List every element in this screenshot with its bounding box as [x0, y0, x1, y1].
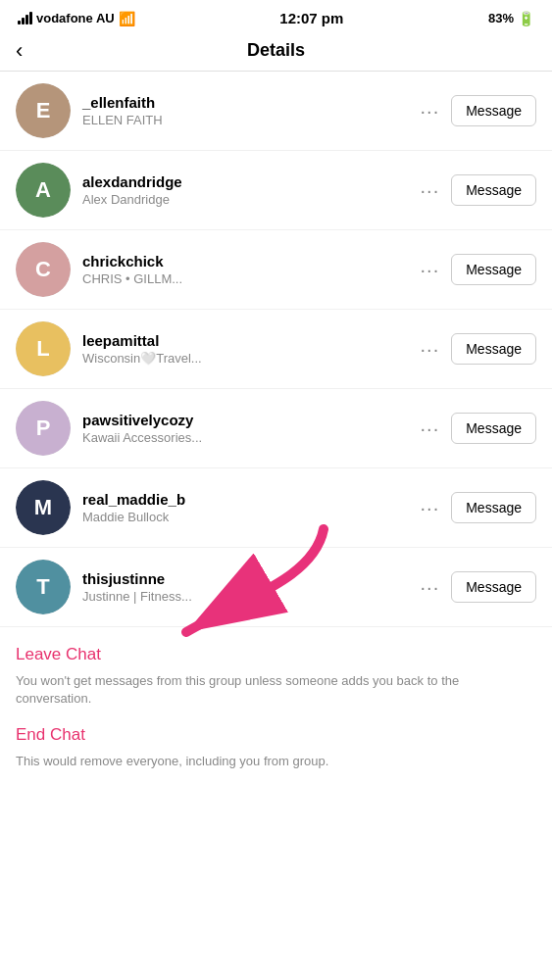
member-info: alexdandridge Alex Dandridge: [82, 173, 409, 207]
member-display-name: Wisconsin🤍Travel...: [82, 351, 409, 366]
message-button[interactable]: Message: [451, 95, 536, 126]
page-title: Details: [247, 40, 305, 61]
member-display-name: CHRIS • GILLM...: [82, 271, 409, 286]
avatar: P: [16, 401, 71, 456]
member-username: pawsitivelycozy: [82, 412, 409, 428]
leave-chat-description: You won't get messages from this group u…: [16, 672, 536, 708]
member-username: _ellenfaith: [82, 94, 409, 111]
avatar: L: [16, 321, 71, 376]
member-display-name: Alex Dandridge: [82, 192, 409, 207]
battery-icon: 🔋: [518, 11, 534, 26]
member-display-name: ELLEN FAITH: [82, 113, 409, 127]
more-options-button[interactable]: ···: [409, 497, 452, 519]
message-button[interactable]: Message: [451, 492, 536, 523]
member-username: real_maddie_b: [82, 491, 409, 508]
leave-chat-button[interactable]: Leave Chat: [16, 645, 101, 664]
list-item: M real_maddie_b Maddie Bullock ··· Messa…: [0, 468, 552, 548]
member-list: E _ellenfaith ELLEN FAITH ··· Message A …: [0, 72, 552, 627]
battery-label: 83%: [488, 11, 514, 25]
avatar: T: [16, 560, 71, 614]
message-button[interactable]: Message: [451, 333, 536, 365]
status-right: 83% 🔋: [488, 11, 534, 26]
avatar: C: [16, 242, 71, 297]
avatar: A: [16, 163, 71, 218]
list-item: L leepamittal Wisconsin🤍Travel... ··· Me…: [0, 310, 552, 389]
back-button[interactable]: ‹: [16, 38, 23, 64]
status-time: 12:07 pm: [279, 10, 343, 26]
list-item: P pawsitivelycozy Kawaii Accessories... …: [0, 389, 552, 468]
member-username: thisjustinne: [82, 570, 409, 587]
member-username: chrickchick: [82, 253, 409, 270]
end-chat-description: This would remove everyone, including yo…: [16, 753, 536, 770]
list-item: C chrickchick CHRIS • GILLM... ··· Messa…: [0, 230, 552, 310]
message-button[interactable]: Message: [451, 413, 536, 444]
message-button[interactable]: Message: [451, 254, 536, 285]
wifi-icon: 📶: [119, 11, 135, 26]
action-section: Leave Chat You won't get messages from t…: [0, 627, 552, 793]
more-options-button[interactable]: ···: [409, 576, 452, 599]
avatar: E: [16, 83, 71, 138]
member-info: leepamittal Wisconsin🤍Travel...: [82, 332, 409, 366]
nav-header: ‹ Details: [0, 32, 552, 72]
more-options-button[interactable]: ···: [409, 259, 452, 281]
member-username: alexdandridge: [82, 173, 409, 190]
member-info: thisjustinne Justinne | Fitness...: [82, 570, 409, 604]
end-chat-button[interactable]: End Chat: [16, 725, 85, 745]
member-info: _ellenfaith ELLEN FAITH: [82, 94, 409, 127]
member-info: chrickchick CHRIS • GILLM...: [82, 253, 409, 286]
member-username: leepamittal: [82, 332, 409, 349]
status-left: vodafone AU 📶: [18, 11, 135, 26]
status-bar: vodafone AU 📶 12:07 pm 83% 🔋: [0, 0, 552, 32]
list-item: T thisjustinne Justinne | Fitness... ···…: [0, 548, 552, 627]
carrier-label: vodafone AU: [36, 11, 115, 25]
member-display-name: Kawaii Accessories...: [82, 430, 409, 445]
avatar: M: [16, 480, 71, 535]
member-display-name: Justinne | Fitness...: [82, 589, 409, 604]
more-options-button[interactable]: ···: [409, 179, 452, 202]
message-button[interactable]: Message: [451, 571, 536, 603]
message-button[interactable]: Message: [451, 174, 536, 206]
member-info: real_maddie_b Maddie Bullock: [82, 491, 409, 524]
member-display-name: Maddie Bullock: [82, 510, 409, 524]
member-info: pawsitivelycozy Kawaii Accessories...: [82, 412, 409, 445]
more-options-button[interactable]: ···: [409, 417, 452, 440]
list-item: A alexdandridge Alex Dandridge ··· Messa…: [0, 151, 552, 230]
list-item: E _ellenfaith ELLEN FAITH ··· Message: [0, 72, 552, 151]
signal-icon: [18, 12, 32, 24]
more-options-button[interactable]: ···: [409, 338, 452, 361]
more-options-button[interactable]: ···: [409, 100, 452, 122]
